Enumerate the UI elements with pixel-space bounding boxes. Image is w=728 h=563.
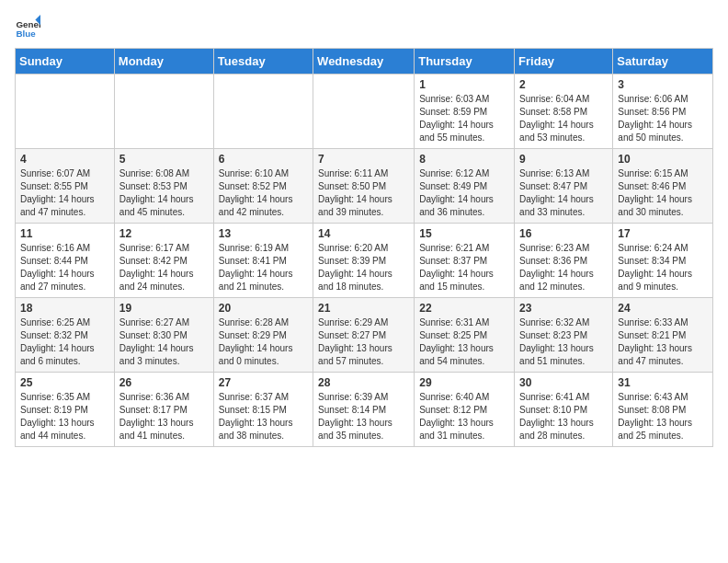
calendar-cell: 2Sunrise: 6:04 AM Sunset: 8:58 PM Daylig… — [515, 75, 613, 149]
weekday-header-wednesday: Wednesday — [313, 49, 415, 75]
calendar-cell: 5Sunrise: 6:08 AM Sunset: 8:53 PM Daylig… — [114, 149, 213, 224]
calendar-table: SundayMondayTuesdayWednesdayThursdayFrid… — [15, 48, 713, 447]
day-info: Sunrise: 6:11 AM Sunset: 8:50 PM Dayligh… — [318, 167, 409, 219]
day-number: 11 — [20, 227, 109, 240]
calendar-cell: 22Sunrise: 6:31 AM Sunset: 8:25 PM Dayli… — [415, 298, 515, 373]
calendar-cell: 23Sunrise: 6:32 AM Sunset: 8:23 PM Dayli… — [515, 298, 613, 373]
day-number: 2 — [519, 78, 608, 91]
day-info: Sunrise: 6:07 AM Sunset: 8:55 PM Dayligh… — [20, 167, 109, 219]
day-number: 8 — [419, 153, 509, 166]
calendar-header: SundayMondayTuesdayWednesdayThursdayFrid… — [16, 49, 713, 75]
day-info: Sunrise: 6:04 AM Sunset: 8:58 PM Dayligh… — [519, 93, 608, 144]
day-info: Sunrise: 6:27 AM Sunset: 8:30 PM Dayligh… — [119, 316, 209, 368]
calendar-body: 1Sunrise: 6:03 AM Sunset: 8:59 PM Daylig… — [16, 75, 713, 447]
calendar-cell: 4Sunrise: 6:07 AM Sunset: 8:55 PM Daylig… — [16, 149, 115, 224]
calendar-week-row: 25Sunrise: 6:35 AM Sunset: 8:19 PM Dayli… — [16, 373, 713, 447]
day-number: 24 — [618, 302, 708, 315]
day-number: 25 — [20, 376, 109, 389]
calendar-cell: 3Sunrise: 6:06 AM Sunset: 8:56 PM Daylig… — [613, 75, 713, 149]
calendar-cell: 12Sunrise: 6:17 AM Sunset: 8:42 PM Dayli… — [114, 224, 213, 298]
day-number: 6 — [219, 153, 308, 166]
day-info: Sunrise: 6:06 AM Sunset: 8:56 PM Dayligh… — [618, 93, 708, 144]
calendar-cell: 25Sunrise: 6:35 AM Sunset: 8:19 PM Dayli… — [16, 373, 115, 447]
calendar-cell: 30Sunrise: 6:41 AM Sunset: 8:10 PM Dayli… — [515, 373, 613, 447]
weekday-header-saturday: Saturday — [613, 49, 713, 75]
day-info: Sunrise: 6:03 AM Sunset: 8:59 PM Dayligh… — [419, 93, 509, 144]
day-number: 14 — [318, 227, 409, 240]
day-info: Sunrise: 6:29 AM Sunset: 8:27 PM Dayligh… — [318, 316, 409, 368]
weekday-header-friday: Friday — [515, 49, 613, 75]
day-info: Sunrise: 6:36 AM Sunset: 8:17 PM Dayligh… — [119, 391, 209, 442]
calendar-cell: 9Sunrise: 6:13 AM Sunset: 8:47 PM Daylig… — [515, 149, 613, 224]
day-info: Sunrise: 6:19 AM Sunset: 8:41 PM Dayligh… — [219, 242, 308, 293]
day-info: Sunrise: 6:10 AM Sunset: 8:52 PM Dayligh… — [219, 167, 308, 219]
day-info: Sunrise: 6:43 AM Sunset: 8:08 PM Dayligh… — [618, 391, 708, 442]
weekday-header-row: SundayMondayTuesdayWednesdayThursdayFrid… — [16, 49, 713, 75]
calendar-cell: 10Sunrise: 6:15 AM Sunset: 8:46 PM Dayli… — [613, 149, 713, 224]
day-info: Sunrise: 6:28 AM Sunset: 8:29 PM Dayligh… — [219, 316, 308, 368]
day-info: Sunrise: 6:21 AM Sunset: 8:37 PM Dayligh… — [419, 242, 509, 293]
day-info: Sunrise: 6:23 AM Sunset: 8:36 PM Dayligh… — [519, 242, 608, 293]
day-number: 19 — [119, 302, 209, 315]
day-info: Sunrise: 6:41 AM Sunset: 8:10 PM Dayligh… — [519, 391, 608, 442]
day-number: 3 — [618, 78, 708, 91]
day-number: 5 — [119, 153, 209, 166]
calendar-cell: 8Sunrise: 6:12 AM Sunset: 8:49 PM Daylig… — [415, 149, 515, 224]
calendar-cell — [114, 75, 213, 149]
calendar-cell: 19Sunrise: 6:27 AM Sunset: 8:30 PM Dayli… — [114, 298, 213, 373]
day-number: 29 — [419, 376, 509, 389]
day-info: Sunrise: 6:20 AM Sunset: 8:39 PM Dayligh… — [318, 242, 409, 293]
calendar-cell: 13Sunrise: 6:19 AM Sunset: 8:41 PM Dayli… — [213, 224, 313, 298]
calendar-cell: 14Sunrise: 6:20 AM Sunset: 8:39 PM Dayli… — [313, 224, 415, 298]
calendar-week-row: 1Sunrise: 6:03 AM Sunset: 8:59 PM Daylig… — [16, 75, 713, 149]
day-number: 22 — [419, 302, 509, 315]
day-number: 15 — [419, 227, 509, 240]
calendar-cell: 26Sunrise: 6:36 AM Sunset: 8:17 PM Dayli… — [114, 373, 213, 447]
weekday-header-sunday: Sunday — [16, 49, 115, 75]
day-number: 23 — [519, 302, 608, 315]
calendar-cell: 11Sunrise: 6:16 AM Sunset: 8:44 PM Dayli… — [16, 224, 115, 298]
day-number: 31 — [618, 376, 708, 389]
day-info: Sunrise: 6:31 AM Sunset: 8:25 PM Dayligh… — [419, 316, 509, 368]
calendar-cell: 1Sunrise: 6:03 AM Sunset: 8:59 PM Daylig… — [415, 75, 515, 149]
day-info: Sunrise: 6:12 AM Sunset: 8:49 PM Dayligh… — [419, 167, 509, 219]
calendar-cell: 7Sunrise: 6:11 AM Sunset: 8:50 PM Daylig… — [313, 149, 415, 224]
calendar-cell: 28Sunrise: 6:39 AM Sunset: 8:14 PM Dayli… — [313, 373, 415, 447]
day-info: Sunrise: 6:17 AM Sunset: 8:42 PM Dayligh… — [119, 242, 209, 293]
calendar-cell — [16, 75, 115, 149]
day-number: 7 — [318, 153, 409, 166]
calendar-cell: 29Sunrise: 6:40 AM Sunset: 8:12 PM Dayli… — [415, 373, 515, 447]
day-number: 10 — [618, 153, 708, 166]
calendar-cell: 21Sunrise: 6:29 AM Sunset: 8:27 PM Dayli… — [313, 298, 415, 373]
day-info: Sunrise: 6:16 AM Sunset: 8:44 PM Dayligh… — [20, 242, 109, 293]
day-number: 21 — [318, 302, 409, 315]
day-info: Sunrise: 6:13 AM Sunset: 8:47 PM Dayligh… — [519, 167, 608, 219]
day-info: Sunrise: 6:39 AM Sunset: 8:14 PM Dayligh… — [318, 391, 409, 442]
day-info: Sunrise: 6:37 AM Sunset: 8:15 PM Dayligh… — [219, 391, 308, 442]
calendar-cell: 20Sunrise: 6:28 AM Sunset: 8:29 PM Dayli… — [213, 298, 313, 373]
day-number: 27 — [219, 376, 308, 389]
calendar-week-row: 18Sunrise: 6:25 AM Sunset: 8:32 PM Dayli… — [16, 298, 713, 373]
calendar-cell: 17Sunrise: 6:24 AM Sunset: 8:34 PM Dayli… — [613, 224, 713, 298]
calendar-cell: 15Sunrise: 6:21 AM Sunset: 8:37 PM Dayli… — [415, 224, 515, 298]
day-info: Sunrise: 6:35 AM Sunset: 8:19 PM Dayligh… — [20, 391, 109, 442]
calendar-cell: 27Sunrise: 6:37 AM Sunset: 8:15 PM Dayli… — [213, 373, 313, 447]
day-number: 28 — [318, 376, 409, 389]
day-info: Sunrise: 6:40 AM Sunset: 8:12 PM Dayligh… — [419, 391, 509, 442]
day-info: Sunrise: 6:33 AM Sunset: 8:21 PM Dayligh… — [618, 316, 708, 368]
day-info: Sunrise: 6:32 AM Sunset: 8:23 PM Dayligh… — [519, 316, 608, 368]
day-number: 17 — [618, 227, 708, 240]
weekday-header-tuesday: Tuesday — [213, 49, 313, 75]
weekday-header-thursday: Thursday — [415, 49, 515, 75]
day-info: Sunrise: 6:08 AM Sunset: 8:53 PM Dayligh… — [119, 167, 209, 219]
day-number: 26 — [119, 376, 209, 389]
day-number: 1 — [419, 78, 509, 91]
day-number: 4 — [20, 153, 109, 166]
day-number: 9 — [519, 153, 608, 166]
day-number: 30 — [519, 376, 608, 389]
calendar-cell: 18Sunrise: 6:25 AM Sunset: 8:32 PM Dayli… — [16, 298, 115, 373]
calendar-week-row: 4Sunrise: 6:07 AM Sunset: 8:55 PM Daylig… — [16, 149, 713, 224]
calendar-cell: 24Sunrise: 6:33 AM Sunset: 8:21 PM Dayli… — [613, 298, 713, 373]
calendar-cell — [213, 75, 313, 149]
day-info: Sunrise: 6:15 AM Sunset: 8:46 PM Dayligh… — [618, 167, 708, 219]
